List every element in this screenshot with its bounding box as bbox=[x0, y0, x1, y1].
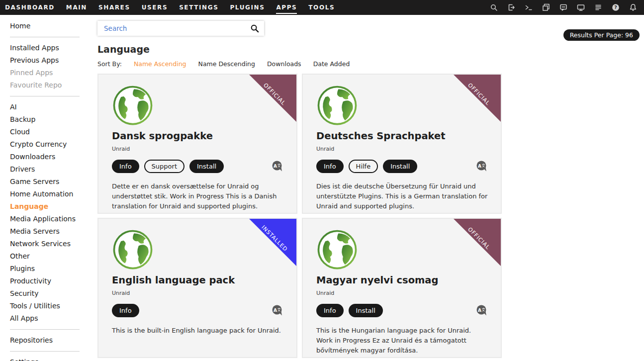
info-button[interactable]: Info bbox=[112, 304, 139, 317]
nav-tab-apps[interactable]: APPS bbox=[276, 1, 297, 14]
app-author: Unraid bbox=[112, 290, 283, 296]
sidebar-item-installed-apps[interactable]: Installed Apps bbox=[10, 42, 97, 54]
search-box bbox=[97, 21, 264, 36]
app-actions: InfoInstall A bbox=[316, 304, 488, 317]
app-title: Magyar nyelvi csomag bbox=[316, 274, 488, 286]
ribbon-official bbox=[454, 219, 501, 266]
nav-tab-settings[interactable]: SETTINGS bbox=[179, 1, 218, 14]
sort-option-date-added[interactable]: Date Added bbox=[313, 60, 350, 68]
search-icon[interactable] bbox=[250, 24, 260, 33]
install-button[interactable]: Install bbox=[383, 160, 417, 173]
globe-icon[interactable] bbox=[112, 85, 154, 126]
info-button[interactable]: Info bbox=[316, 304, 344, 317]
sort-option-name-descending[interactable]: Name Descending bbox=[198, 60, 255, 68]
sidebar-item-cloud[interactable]: Cloud bbox=[10, 126, 97, 138]
nav-tab-shares[interactable]: SHARES bbox=[98, 1, 130, 14]
terminal-icon[interactable] bbox=[525, 3, 533, 11]
translate-icon[interactable]: A bbox=[272, 161, 283, 172]
sidebar-item-home[interactable]: Home bbox=[10, 20, 97, 32]
support-button[interactable]: Support bbox=[144, 160, 184, 173]
sidebar-item-repositories[interactable]: Repositories bbox=[10, 334, 97, 347]
app-description: Dies ist die deutsche Übersetzung für Un… bbox=[316, 181, 488, 211]
sidebar-item-pinned-apps: Pinned Apps bbox=[10, 67, 97, 79]
sort-option-downloads[interactable]: Downloads bbox=[267, 60, 301, 68]
info-button[interactable]: Info bbox=[316, 160, 344, 173]
globe-icon[interactable] bbox=[316, 85, 358, 126]
app-title: Dansk sprogpakke bbox=[112, 130, 283, 142]
sidebar-item-settings[interactable]: Settings bbox=[10, 356, 97, 361]
nav-tab-users[interactable]: USERS bbox=[142, 1, 168, 14]
search-input[interactable] bbox=[103, 24, 250, 33]
app-author: Unraid bbox=[316, 290, 488, 296]
app-actions: InfoSupportInstall A bbox=[112, 160, 283, 173]
sidebar-item-home-automation[interactable]: Home Automation bbox=[10, 188, 97, 200]
install-button[interactable]: Install bbox=[349, 304, 383, 317]
sort-row: Sort By: Name AscendingName DescendingDo… bbox=[97, 60, 644, 68]
svg-text:A: A bbox=[274, 307, 277, 312]
nav-tab-dashboard[interactable]: DASHBOARD bbox=[5, 1, 55, 14]
search-icon[interactable] bbox=[490, 3, 498, 11]
nav-tab-tools[interactable]: TOOLS bbox=[308, 1, 335, 14]
sidebar-item-backup[interactable]: Backup bbox=[10, 113, 97, 126]
ribbon-official bbox=[454, 75, 501, 122]
sidebar-item-downloaders[interactable]: Downloaders bbox=[10, 151, 97, 163]
page-title: Language bbox=[97, 44, 644, 55]
page-layout: HomeInstalled AppsPrevious AppsPinned Ap… bbox=[0, 15, 644, 361]
sort-option-name-ascending[interactable]: Name Ascending bbox=[134, 60, 186, 68]
app-title: English language pack bbox=[112, 274, 283, 286]
sidebar-item-tools-utilities[interactable]: Tools / Utilities bbox=[10, 300, 97, 312]
copy-icon[interactable] bbox=[542, 3, 550, 11]
app-card-magyar-nyelvi-csomag: OFFICIAL Magyar nyelvi csomagUnraidInfoI… bbox=[302, 218, 502, 358]
install-button[interactable]: Install bbox=[189, 160, 224, 173]
info-button[interactable]: Info bbox=[112, 160, 139, 173]
feedback-icon[interactable] bbox=[559, 3, 567, 11]
app-card-grid: OFFICIAL Dansk sprogpakkeUnraidInfoSuppo… bbox=[97, 74, 644, 358]
hilfe-button[interactable]: Hilfe bbox=[349, 160, 378, 173]
sidebar-divider bbox=[10, 329, 80, 330]
app-description: This is the Hungarian language pack for … bbox=[316, 326, 488, 356]
ribbon-official bbox=[249, 75, 296, 122]
sidebar-item-game-servers[interactable]: Game Servers bbox=[10, 176, 97, 188]
nav-icon-strip: ? bbox=[490, 3, 637, 11]
svg-text:A: A bbox=[478, 307, 481, 312]
help-icon[interactable]: ? bbox=[612, 3, 620, 11]
sidebar-item-language[interactable]: Language bbox=[10, 200, 97, 213]
globe-icon[interactable] bbox=[316, 229, 358, 271]
main-content: Results Per Page: 96 Language Sort By: N… bbox=[97, 15, 644, 361]
svg-text:A: A bbox=[478, 163, 481, 168]
sidebar-divider bbox=[10, 37, 80, 37]
globe-icon[interactable] bbox=[112, 229, 154, 271]
ribbon-installed bbox=[249, 219, 296, 266]
sidebar-item-productivity[interactable]: Productivity bbox=[10, 275, 97, 287]
app-card-deutsches-sprachpaket: OFFICIAL Deutsches SprachpaketUnraidInfo… bbox=[302, 74, 502, 214]
sidebar-item-security[interactable]: Security bbox=[10, 287, 97, 300]
sidebar-item-ai[interactable]: AI bbox=[10, 101, 97, 113]
translate-icon[interactable]: A bbox=[476, 305, 488, 316]
app-card-english-language-pack: INSTALLED English language packUnraidInf… bbox=[97, 218, 297, 358]
app-title: Deutsches Sprachpaket bbox=[316, 130, 488, 142]
logout-icon[interactable] bbox=[507, 3, 515, 11]
sidebar-item-favourite-repo: Favourite Repo bbox=[10, 79, 97, 91]
app-description: This is the built-in English language pa… bbox=[112, 326, 283, 336]
sidebar-divider bbox=[10, 96, 80, 96]
sidebar-item-media-applications[interactable]: Media Applications bbox=[10, 213, 97, 225]
translate-icon[interactable]: A bbox=[476, 161, 488, 172]
app-actions: Info A bbox=[112, 304, 283, 317]
sidebar-item-network-services[interactable]: Network Services bbox=[10, 238, 97, 250]
sidebar-item-other[interactable]: Other bbox=[10, 250, 97, 263]
monitor-icon[interactable] bbox=[577, 3, 585, 11]
notifications-icon[interactable] bbox=[629, 3, 637, 11]
sidebar-item-drivers[interactable]: Drivers bbox=[10, 163, 97, 176]
app-author: Unraid bbox=[316, 146, 488, 152]
results-per-page-badge[interactable]: Results Per Page: 96 bbox=[563, 29, 640, 41]
sidebar-item-media-servers[interactable]: Media Servers bbox=[10, 225, 97, 238]
app-card-dansk-sprogpakke: OFFICIAL Dansk sprogpakkeUnraidInfoSuppo… bbox=[97, 74, 297, 214]
log-icon[interactable] bbox=[594, 3, 602, 11]
sidebar-item-all-apps[interactable]: All Apps bbox=[10, 312, 97, 325]
nav-tab-main[interactable]: MAIN bbox=[66, 1, 87, 14]
sidebar-item-previous-apps[interactable]: Previous Apps bbox=[10, 54, 97, 67]
translate-icon[interactable]: A bbox=[272, 305, 283, 316]
nav-tab-plugins[interactable]: PLUGINS bbox=[230, 1, 265, 14]
sidebar-item-crypto-currency[interactable]: Crypto Currency bbox=[10, 138, 97, 151]
sidebar-item-plugins[interactable]: Plugins bbox=[10, 263, 97, 275]
